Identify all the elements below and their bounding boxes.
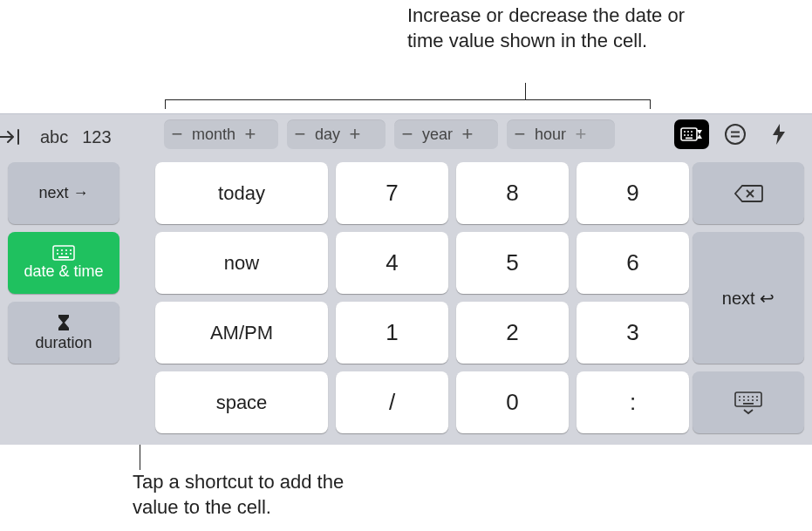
- month-stepper-label: month: [190, 126, 237, 144]
- year-stepper: − year +: [394, 119, 498, 149]
- svg-point-19: [70, 253, 72, 255]
- shortcut-ampm-key[interactable]: AM/PM: [155, 302, 328, 364]
- date-time-keyboard-panel: abc 123 − month + − day + − year + − hou…: [0, 113, 812, 445]
- digit-3-key[interactable]: 3: [577, 302, 689, 364]
- svg-point-25: [743, 396, 745, 398]
- digit-2-key[interactable]: 2: [456, 302, 569, 364]
- svg-point-32: [752, 399, 754, 401]
- calendar-keyboard-icon: [52, 245, 75, 261]
- svg-point-31: [747, 399, 749, 401]
- digit-5-key[interactable]: 5: [456, 232, 569, 294]
- month-stepper: − month +: [164, 119, 278, 149]
- svg-point-5: [687, 134, 689, 136]
- day-stepper-label: day: [313, 126, 342, 144]
- next-return-key[interactable]: next ↩: [693, 232, 804, 364]
- svg-rect-34: [743, 403, 754, 405]
- svg-point-30: [743, 399, 745, 401]
- year-increase-button[interactable]: +: [454, 119, 481, 149]
- digit-8-key[interactable]: 8: [456, 162, 569, 224]
- backspace-icon: [734, 184, 763, 203]
- svg-point-13: [61, 249, 63, 251]
- stepper-row: − month + − day + − year + − hour +: [164, 119, 615, 149]
- svg-point-1: [684, 131, 686, 133]
- day-stepper: − day +: [287, 119, 386, 149]
- svg-rect-7: [686, 138, 693, 140]
- day-increase-button[interactable]: +: [342, 119, 368, 149]
- dismiss-keyboard-icon: [734, 391, 763, 415]
- hour-decrease-button[interactable]: −: [507, 119, 533, 149]
- svg-point-26: [747, 396, 749, 398]
- slash-key[interactable]: /: [336, 371, 448, 433]
- backspace-key[interactable]: [693, 162, 804, 224]
- month-increase-button[interactable]: +: [237, 119, 263, 149]
- svg-point-3: [691, 131, 693, 133]
- svg-point-8: [726, 125, 745, 144]
- hour-increase-button[interactable]: +: [568, 119, 594, 149]
- month-decrease-button[interactable]: −: [164, 119, 190, 149]
- tab-right-icon[interactable]: [0, 129, 33, 145]
- digit-0-key[interactable]: 0: [456, 371, 569, 433]
- keyboard-right-column: next ↩: [693, 162, 804, 433]
- colon-key[interactable]: :: [577, 371, 689, 433]
- duration-mode-button[interactable]: duration: [8, 302, 119, 364]
- year-stepper-label: year: [420, 126, 454, 144]
- digit-1-key[interactable]: 1: [336, 302, 448, 364]
- shortcut-space-key[interactable]: space: [155, 371, 328, 433]
- quick-actions-icon[interactable]: [761, 119, 796, 149]
- formula-equals-icon[interactable]: [718, 119, 753, 149]
- date-time-mode-label: date & time: [24, 262, 103, 281]
- svg-point-33: [756, 399, 758, 401]
- svg-point-17: [61, 253, 63, 255]
- annotation-bottom: Tap a shortcut to add the value to the c…: [133, 470, 394, 520]
- hour-stepper: − hour +: [507, 119, 615, 149]
- svg-point-14: [65, 249, 67, 251]
- svg-point-15: [70, 249, 72, 251]
- keypad-grid: today 7 8 9 now 4 5 6 AM/PM 1 2 3 space …: [155, 162, 689, 433]
- svg-rect-20: [58, 256, 69, 258]
- shortcut-now-key[interactable]: now: [155, 232, 328, 294]
- next-cell-button[interactable]: next →: [8, 162, 119, 224]
- svg-point-2: [687, 131, 689, 133]
- mode-abc-button[interactable]: abc: [33, 127, 75, 147]
- digit-4-key[interactable]: 4: [336, 232, 448, 294]
- svg-point-29: [739, 399, 740, 401]
- digit-9-key[interactable]: 9: [577, 162, 689, 224]
- digit-6-key[interactable]: 6: [577, 232, 689, 294]
- hourglass-icon: [56, 313, 72, 332]
- callout-bracket-top: [165, 83, 651, 109]
- svg-point-27: [752, 396, 754, 398]
- digit-7-key[interactable]: 7: [336, 162, 448, 224]
- svg-point-4: [684, 134, 686, 136]
- svg-point-18: [65, 253, 67, 255]
- keyboard-left-column: next → date & time duration: [8, 162, 119, 364]
- mode-123-button[interactable]: 123: [75, 127, 118, 147]
- svg-point-6: [691, 134, 693, 136]
- annotation-top: Increase or decrease the date or time va…: [407, 3, 686, 53]
- day-decrease-button[interactable]: −: [287, 119, 313, 149]
- duration-mode-label: duration: [35, 334, 92, 352]
- next-cell-label: next →: [38, 184, 88, 202]
- svg-point-28: [756, 396, 758, 398]
- shortcut-today-key[interactable]: today: [155, 162, 328, 224]
- date-time-mode-button[interactable]: date & time: [8, 232, 119, 294]
- hour-stepper-label: hour: [533, 126, 568, 144]
- header-right-tools: [674, 119, 812, 149]
- dismiss-keyboard-key[interactable]: [693, 371, 804, 433]
- svg-point-12: [57, 249, 58, 251]
- svg-point-24: [739, 396, 740, 398]
- svg-point-16: [57, 253, 58, 255]
- next-return-label: next ↩: [722, 288, 774, 309]
- keyboard-datetime-icon[interactable]: [674, 119, 709, 149]
- year-decrease-button[interactable]: −: [394, 119, 420, 149]
